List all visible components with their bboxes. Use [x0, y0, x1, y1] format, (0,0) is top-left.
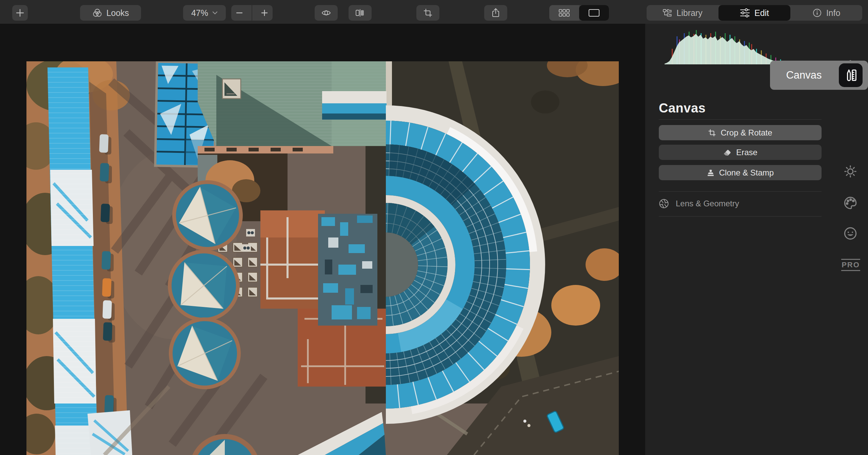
edit-sidebar: Canvas Canvas aerial-view-of-grey-and-wh… [645, 24, 868, 455]
tab-library-label: Library [676, 8, 702, 18]
crop-icon [708, 129, 716, 137]
share-icon [491, 8, 500, 18]
minus-icon [236, 9, 243, 17]
mode-tabs: Library Edit Info [647, 5, 862, 21]
erase-label: Erase [736, 148, 757, 157]
crop-button[interactable] [416, 5, 439, 21]
tab-edit-label: Edit [754, 8, 769, 18]
crop-rotate-label: Crop & Rotate [721, 128, 772, 138]
edit-sliders-icon [740, 8, 750, 18]
divider [659, 216, 822, 216]
zoom-out-button[interactable] [231, 5, 248, 21]
erase-button[interactable]: Erase [659, 145, 822, 160]
panel-title: Canvas [659, 101, 706, 116]
app-window: Looks 47% [0, 0, 868, 455]
library-icon [663, 8, 672, 17]
add-button[interactable] [12, 5, 28, 21]
zoom-in-button[interactable] [256, 5, 273, 21]
lens-geometry-section[interactable]: Lens & Geometry [659, 196, 822, 211]
show-original-button[interactable] [315, 5, 338, 21]
eye-icon [321, 8, 331, 17]
view-mode-switcher [549, 5, 609, 21]
plus-icon [261, 9, 268, 17]
zoom-level-value: 47% [191, 8, 208, 18]
canvas-tool-tooltip-label: Canvas [770, 69, 838, 81]
lens-geometry-label: Lens & Geometry [676, 199, 739, 208]
tab-library[interactable]: Library [647, 5, 718, 21]
info-icon [812, 8, 822, 18]
grid-view-button[interactable] [549, 5, 579, 21]
retouch-face-button[interactable] [843, 226, 858, 241]
grid-view-icon [558, 9, 570, 17]
clone-stamp-button[interactable]: Clone & Stamp [659, 165, 822, 180]
stamp-icon [707, 169, 715, 177]
divider [659, 119, 822, 120]
tab-info[interactable]: Info [790, 5, 862, 21]
looks-label: Looks [106, 8, 129, 18]
eraser-icon [723, 148, 732, 157]
single-view-icon [588, 9, 600, 17]
adjust-light-button[interactable] [843, 164, 858, 179]
crop-rotate-button[interactable]: Crop & Rotate [659, 125, 822, 140]
toolbar: Looks 47% [0, 0, 868, 24]
tab-info-label: Info [826, 8, 841, 18]
pencil-ruler-icon [844, 68, 857, 82]
compare-button[interactable] [349, 5, 372, 21]
canvas-tool-button[interactable] [839, 63, 863, 87]
divider [252, 5, 252, 21]
tab-edit[interactable]: Edit [718, 5, 790, 21]
sun-icon [844, 165, 857, 178]
crop-icon [423, 8, 433, 18]
aperture-icon [659, 199, 669, 209]
smiley-icon [843, 226, 857, 241]
pro-badge[interactable]: PRO [841, 259, 860, 271]
looks-icon [92, 8, 102, 18]
zoom-level-dropdown[interactable]: 47% [183, 5, 226, 21]
single-view-button[interactable] [579, 5, 609, 21]
photo[interactable] [26, 61, 619, 455]
palette-icon [843, 196, 857, 210]
zoom-controls [231, 5, 273, 21]
chevron-down-icon [212, 11, 218, 15]
looks-button[interactable]: Looks [80, 5, 141, 21]
plus-icon [16, 8, 24, 17]
color-adjust-button[interactable] [843, 195, 858, 210]
compare-split-icon [355, 8, 365, 17]
share-button[interactable] [484, 5, 507, 21]
clone-stamp-label: Clone & Stamp [719, 168, 774, 178]
divider [659, 191, 822, 192]
